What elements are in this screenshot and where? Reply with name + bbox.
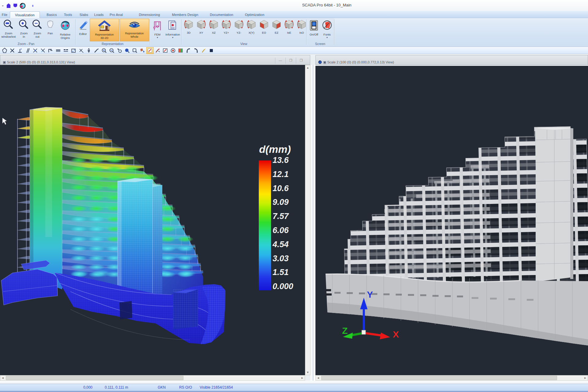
svg-text:Y: Y	[367, 289, 373, 300]
svg-text:X: X	[393, 329, 399, 339]
svg-text:Z: Z	[342, 326, 348, 336]
